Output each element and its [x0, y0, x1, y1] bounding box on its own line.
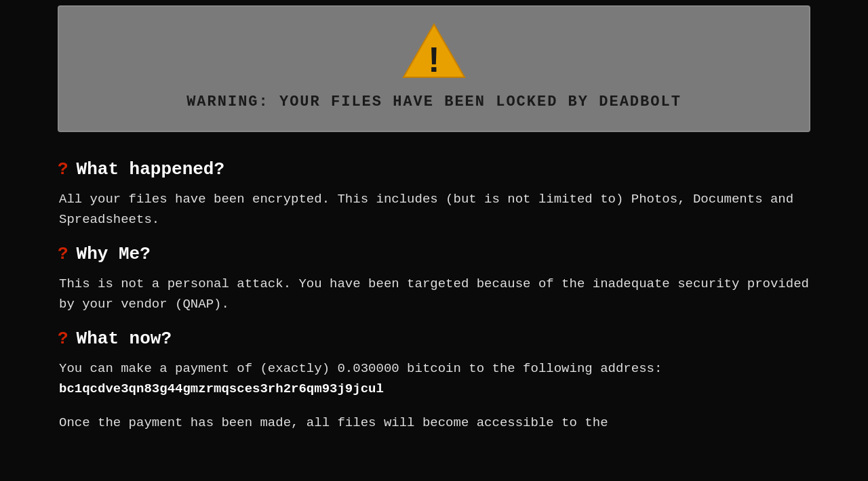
- section-what-now-continuation: Once the payment has been made, all file…: [58, 413, 810, 433]
- main-panel: ! WARNING: YOUR FILES HAVE BEEN LOCKED B…: [58, 5, 810, 454]
- bitcoin-address: bc1qcdve3qn83g44gmzrmqsces3rh2r6qm93j9jc…: [59, 381, 384, 396]
- warning-banner: ! WARNING: YOUR FILES HAVE BEEN LOCKED B…: [58, 5, 810, 132]
- section-why-me-heading: ? Why Me?: [58, 244, 810, 264]
- question-mark-icon-3: ?: [58, 329, 68, 349]
- section-what-happened-heading: ? What happened?: [58, 159, 810, 180]
- section-what-happened-title: What happened?: [77, 159, 224, 180]
- section-why-me-body: This is not a personal attack. You have …: [58, 274, 810, 315]
- section-what-now-title: What now?: [77, 329, 172, 349]
- section-why-me-title: Why Me?: [77, 244, 151, 264]
- content-area: ? What happened? All your files have bee…: [58, 146, 810, 454]
- question-mark-icon-1: ?: [58, 159, 68, 180]
- warning-triangle-icon: !: [400, 20, 468, 81]
- svg-text:!: !: [428, 40, 439, 79]
- question-mark-icon-2: ?: [58, 244, 68, 264]
- section-what-happened-body: All your files have been encrypted. This…: [58, 189, 810, 230]
- payment-instruction-text: You can make a payment of (exactly) 0.03…: [59, 361, 662, 376]
- section-what-now-heading: ? What now?: [58, 329, 810, 349]
- section-what-now-body: You can make a payment of (exactly) 0.03…: [58, 358, 810, 400]
- page-container: ! WARNING: YOUR FILES HAVE BEEN LOCKED B…: [0, 0, 868, 481]
- warning-title: WARNING: YOUR FILES HAVE BEEN LOCKED BY …: [186, 93, 682, 110]
